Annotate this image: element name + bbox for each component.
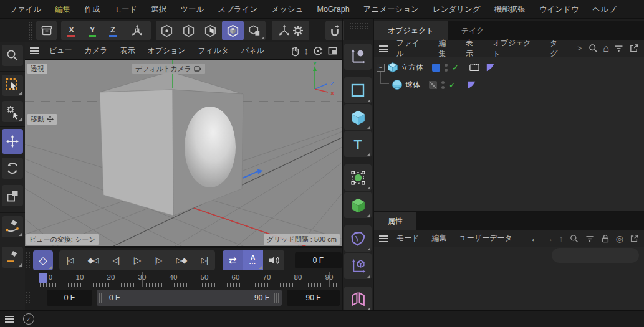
om-menu-objects[interactable]: オブジェクト [486,38,544,59]
deformers-button[interactable] [344,225,372,252]
live-selection-tool-button[interactable] [2,75,23,96]
dolly-icon[interactable]: ↕ [304,45,309,56]
menu-tools[interactable]: ツール [173,0,211,19]
range-end-field[interactable]: 90 F [287,290,340,306]
enabled-check-icon[interactable]: ✓ [452,63,459,72]
splitter-palette-managers[interactable] [373,19,374,310]
expander-icon[interactable]: − [377,64,385,72]
preview-range-slider[interactable]: 0 F 90 F [97,290,282,306]
scale-tool-button[interactable] [2,185,23,206]
goto-end-button[interactable]: ▷| [201,256,208,265]
gizmo-settings-button[interactable] [272,21,309,40]
move-tool-button[interactable] [2,129,23,154]
coordinates-tool-button[interactable] [344,44,372,70]
toolbar-grip-right[interactable] [349,22,370,31]
display-color-chip[interactable] [429,81,437,89]
parent-up-icon[interactable]: ↑ [559,234,564,244]
menu-animation[interactable]: アニメーション [357,0,426,19]
object-row-sphere[interactable]: 球体 ✓ [374,76,644,93]
spline-primitives-button[interactable] [344,77,372,103]
viewport-canvas[interactable]: Y Z X 透視 デフォルトカメラ 移動 [25,60,342,248]
tab-objects[interactable]: オブジェクト [374,21,448,40]
content-browser-button[interactable] [36,21,57,40]
am-menu-mode[interactable]: モード [390,233,426,244]
menu-mode[interactable]: モード [107,0,144,19]
range-grip[interactable] [26,291,31,305]
viewport-menu-filter[interactable]: フィルタ [192,45,235,56]
display-color-chip[interactable] [432,64,440,72]
tweak-tool-button[interactable] [2,101,23,122]
toggle-view-icon[interactable] [327,45,338,56]
visibility-dots[interactable] [441,81,445,89]
phong-tag-icon[interactable] [485,62,496,73]
attribute-menu-icon[interactable] [379,235,388,242]
splitter-viewport-timeline[interactable] [25,246,342,248]
world-coordinates-icon[interactable] [130,23,145,38]
status-menu-icon[interactable] [5,316,14,323]
object-name[interactable]: 立方体 [398,62,427,73]
axis-lock-x[interactable]: X [67,24,75,37]
scene-objects-button[interactable] [344,253,372,279]
history-forward-icon[interactable]: → [545,234,554,244]
filter-icon[interactable] [613,43,624,54]
enabled-check-icon[interactable]: ✓ [449,80,456,90]
spline-pen-tool-button[interactable] [2,216,23,237]
external-window-icon[interactable] [629,234,639,244]
home-icon[interactable]: ⌂ [603,44,609,53]
visibility-dots[interactable] [445,64,448,72]
menu-file[interactable]: ファイル [2,0,48,19]
om-menu-tags[interactable]: タグ [544,38,571,59]
previous-frame-button[interactable]: ◁| [113,256,119,265]
record-keyframe-button[interactable]: ◇ [33,250,53,270]
axis-lock-z[interactable]: Z [109,24,117,37]
viewport-menu-options[interactable]: オプション [141,45,191,56]
filter-icon[interactable] [585,234,595,244]
menu-mograph[interactable]: MoGraph [310,0,357,19]
lock-icon[interactable] [600,234,610,244]
generators-button[interactable] [344,192,372,218]
subdivision-surface-button[interactable] [344,164,372,191]
viewport-filter-search-button[interactable] [2,45,23,66]
modeling-objects-button[interactable] [344,287,372,311]
menu-create[interactable]: 作成 [77,0,107,19]
menu-edit[interactable]: 編集 [48,0,77,19]
goto-start-button[interactable]: |◁ [67,256,73,265]
om-menu-file[interactable]: ファイル [390,38,433,59]
am-menu-userdata[interactable]: ユーザーデータ [453,233,519,244]
search-icon[interactable] [588,43,598,54]
next-key-button[interactable]: ▷◆ [176,256,186,265]
play-button[interactable]: ▷ [134,255,141,266]
sphere-object[interactable] [185,107,236,187]
viewport-menu-panel[interactable]: パネル [235,45,271,56]
toolbar-grip[interactable] [28,21,34,40]
menu-window[interactable]: ウインドウ [532,0,586,19]
sound-button[interactable] [263,250,284,270]
range-start-field[interactable]: 0 F [47,290,92,306]
polygons-mode-button[interactable] [199,21,221,40]
camera-label[interactable]: デフォルトカメラ [132,64,205,74]
attribute-empty-field[interactable] [552,248,639,263]
object-axis-mode-button[interactable] [244,21,266,40]
menu-render[interactable]: レンダリング [426,0,488,19]
primitive-objects-button[interactable] [344,104,372,130]
track-focus-icon[interactable]: ◎ [616,234,623,244]
tab-attributes[interactable]: 属性 [374,212,416,230]
search-icon[interactable] [569,234,579,244]
next-frame-button[interactable]: |▷ [155,256,161,265]
splitter-om-am[interactable] [374,211,644,212]
rotate-tool-button[interactable] [2,158,23,179]
splitter-viewport-palette[interactable] [342,19,343,310]
menu-mesh[interactable]: メッシュ [264,0,310,19]
motext-button[interactable]: T [344,131,372,157]
previous-key-button[interactable]: ◆◁ [88,256,98,265]
current-frame-field[interactable]: 0 F [295,252,342,268]
object-name[interactable]: 球体 [403,80,424,90]
axis-lock-y[interactable]: Y [89,24,97,37]
tab-takes[interactable]: テイク [448,21,498,40]
points-mode-button[interactable] [156,21,178,40]
sketch-tool-button[interactable] [2,247,23,268]
menu-help[interactable]: ヘルプ [586,0,623,19]
om-menu-edit[interactable]: 編集 [433,38,459,59]
loop-mode-button[interactable]: ⇄ [223,250,243,270]
viewport-menu-view[interactable]: ビュー [43,45,79,56]
